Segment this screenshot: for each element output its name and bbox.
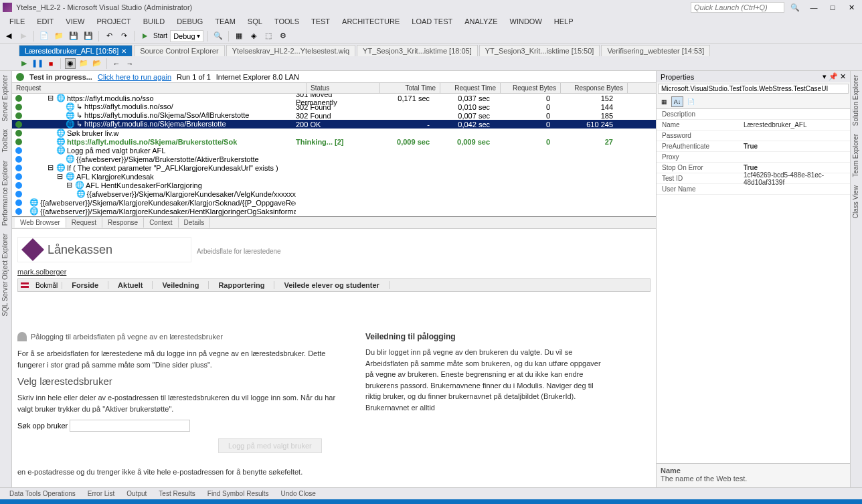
request-row[interactable]: 🌐 ↳ https://aflyt.modulis.no/sso/ 302 Fo… <box>12 102 656 111</box>
request-row[interactable]: 🌐 Søk bruker liv.w <box>12 129 656 137</box>
find-icon[interactable]: 🔍 <box>212 30 224 42</box>
tool4-icon[interactable]: ⚙ <box>277 30 289 42</box>
open-icon[interactable]: 📁 <box>53 30 65 42</box>
sidebar-tab[interactable]: Team Explorer <box>851 130 862 181</box>
detail-tab-response[interactable]: Response <box>102 218 144 228</box>
menu-window[interactable]: WINDOW <box>505 16 547 27</box>
sidebar-tab[interactable]: Class View <box>851 181 862 222</box>
sidebar-tab[interactable]: Performance Explorer <box>0 157 11 230</box>
bottom-tab[interactable]: Data Tools Operations <box>4 489 81 499</box>
tab-close-icon[interactable]: ✕ <box>121 48 126 55</box>
menu-tools[interactable]: TOOLS <box>269 16 305 27</box>
nav-item[interactable]: Forside <box>62 281 108 289</box>
run-again-link[interactable]: Click here to run again <box>98 73 171 81</box>
tool3-icon[interactable]: ⬚ <box>262 30 274 42</box>
col-totaltime[interactable]: Total Time <box>380 83 440 93</box>
nav-item[interactable]: Rapportering <box>209 281 274 289</box>
new-icon[interactable]: 📄 <box>38 30 50 42</box>
nav-item[interactable]: Veiledning <box>153 281 209 289</box>
property-row[interactable]: Test ID1cf46269-bcd5-488e-81ec-48d10af31… <box>657 173 850 184</box>
nav-item[interactable]: Aktuelt <box>108 281 153 289</box>
start-icon[interactable] <box>139 30 151 42</box>
sidebar-tab[interactable]: Toolbox <box>0 125 11 156</box>
pause-icon[interactable]: ❚❚ <box>32 58 43 69</box>
categorized-icon[interactable]: ▦ <box>658 96 670 107</box>
doc-tab[interactable]: Source Control Explorer <box>134 45 224 56</box>
menu-help[interactable]: HELP <box>549 16 579 27</box>
view-mode-icon[interactable]: ◉ <box>65 58 76 69</box>
doc-tab[interactable]: Ytelseskrav_HL2-2...Ytelsestest.wiq <box>226 45 355 56</box>
request-row[interactable]: ⊟🌐 https://aflyt.modulis.no/sso 301 Move… <box>12 94 656 102</box>
tool1-icon[interactable]: ▦ <box>233 30 245 42</box>
stop-icon[interactable]: ■ <box>46 58 56 69</box>
tool2-icon[interactable]: ◈ <box>248 30 260 42</box>
menu-debug[interactable]: DEBUG <box>171 16 208 27</box>
col-request[interactable]: Request <box>12 83 307 93</box>
folder-icon[interactable]: 📁 <box>78 58 89 69</box>
col-status[interactable]: Status <box>307 83 380 93</box>
col-respbytes[interactable]: Response Bytes <box>561 83 628 93</box>
menu-file[interactable]: FILE <box>4 16 30 27</box>
property-row[interactable]: Password <box>657 131 850 141</box>
close-icon[interactable]: ✕ <box>840 72 846 80</box>
request-row[interactable]: 🌐 ↳ https://aflyt.modulis.no/Skjema/Bruk… <box>12 120 656 129</box>
dropdown-icon[interactable]: ▾ <box>823 72 827 80</box>
bottom-tab[interactable]: Find Symbol Results <box>202 489 274 499</box>
config-dropdown[interactable]: Debug ▾ <box>170 30 203 42</box>
menu-load test[interactable]: LOAD TEST <box>406 16 458 27</box>
doc-tab[interactable]: YT_Sesjon3_Krit...isktime [18:05] <box>357 45 478 56</box>
request-row[interactable]: 🌐 {{afwebserver}}/Skjema/KlargjoreKundes… <box>12 189 656 198</box>
nav-fwd-icon[interactable]: ▶ <box>17 30 29 42</box>
undo-icon[interactable]: ↶ <box>103 30 115 42</box>
col-reqbytes[interactable]: Request Bytes <box>501 83 561 93</box>
nav-item[interactable]: Veilede elever og studenter <box>274 281 389 289</box>
detail-tab-context[interactable]: Context <box>144 218 178 228</box>
request-row[interactable]: 🌐 Logg på med valgt bruker AFL <box>12 146 656 155</box>
doc-tab[interactable]: Lærestedbruker_AFL [10:56]✕ <box>19 45 133 56</box>
user-search-input[interactable] <box>70 420 190 432</box>
minimize-button[interactable]: — <box>806 2 822 13</box>
col-reqtime[interactable]: Request Time <box>440 83 501 93</box>
menu-sql[interactable]: SQL <box>242 16 268 27</box>
logged-user[interactable]: mark.solberger <box>17 268 651 276</box>
close-button[interactable]: ✕ <box>843 2 859 13</box>
pin-icon[interactable]: 📌 <box>829 72 838 80</box>
request-grid[interactable]: Request Status Total Time Request Time R… <box>12 83 656 217</box>
sidebar-tab[interactable]: SQL Server Object Explorer <box>0 230 11 321</box>
search-icon[interactable]: 🔍 <box>787 2 803 13</box>
property-row[interactable]: NameLærestedbruker_AFL <box>657 120 850 131</box>
request-row[interactable]: 🌐 ↳ https://aflyt.modulis.no/Skjema/Sso/… <box>12 111 656 120</box>
request-row[interactable]: 🌐 {{afwebserver}}/Skjema/Brukerstotte/Ak… <box>12 155 656 163</box>
doc-tab[interactable]: YT_Sesjon3_Krit...isktime [15:50] <box>479 45 600 56</box>
doc-tab[interactable]: Verifisering_webtester [14:53] <box>601 45 710 56</box>
menu-build[interactable]: BUILD <box>138 16 170 27</box>
bottom-tab[interactable]: Output <box>121 489 152 499</box>
bottom-tab[interactable]: Error List <box>82 489 120 499</box>
menu-architecture[interactable]: ARCHITECTURE <box>337 16 405 27</box>
request-row[interactable]: 🌐 {{afwebserver}}/Skjema/KlargjoreKundes… <box>12 207 656 216</box>
alphabetical-icon[interactable]: A↓ <box>671 96 683 107</box>
sidebar-tab[interactable]: Server Explorer <box>0 71 11 125</box>
menu-test[interactable]: TEST <box>306 16 335 27</box>
menu-edit[interactable]: EDIT <box>31 16 59 27</box>
bottom-tab[interactable]: Undo Close <box>276 489 321 499</box>
request-row[interactable]: ⊟🌐 If ( The context parameter "P_AFLKlar… <box>12 163 656 172</box>
login-button[interactable]: Logg på med valgt bruker <box>218 438 322 453</box>
detail-tab-request[interactable]: Request <box>66 218 102 228</box>
detail-tab-details[interactable]: Details <box>179 218 211 228</box>
request-row[interactable]: 🌐 {{afwebserver}}/Skjema/KlargjoreKundes… <box>12 198 656 207</box>
forward-icon[interactable]: → <box>124 58 135 69</box>
sidebar-tab[interactable]: Solution Explorer <box>851 71 862 130</box>
nav-back-icon[interactable]: ◀ <box>3 30 15 42</box>
object-selector[interactable]: Microsoft.VisualStudio.TestTools.WebStre… <box>658 84 849 94</box>
property-row[interactable]: PreAuthenticateTrue <box>657 141 850 152</box>
quick-launch-input[interactable] <box>691 2 784 13</box>
menu-project[interactable]: PROJECT <box>91 16 136 27</box>
props-page-icon[interactable]: 📄 <box>685 96 697 107</box>
folder2-icon[interactable]: 📂 <box>92 58 102 69</box>
bottom-tab[interactable]: Test Results <box>153 489 200 499</box>
menu-view[interactable]: VIEW <box>60 16 90 27</box>
back-icon[interactable]: ← <box>111 58 122 69</box>
language-selector[interactable]: Bokmål <box>31 282 62 289</box>
play-icon[interactable]: ▶ <box>19 58 29 69</box>
